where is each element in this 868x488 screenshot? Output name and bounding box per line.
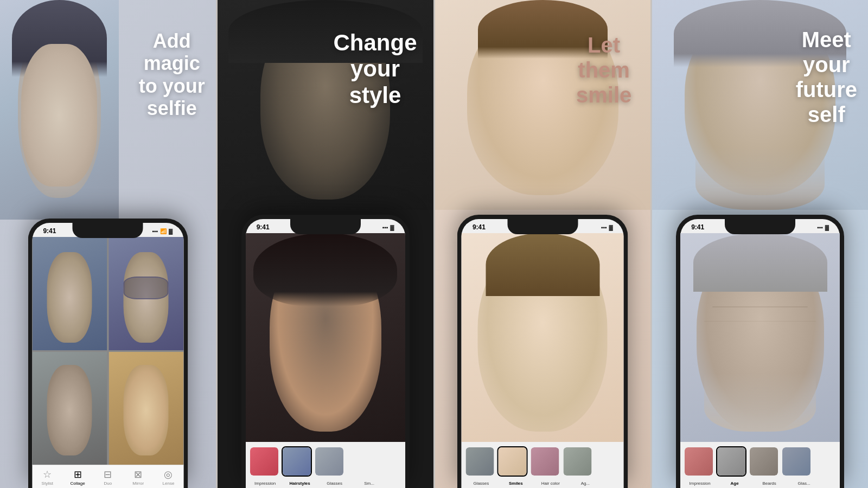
filter-row-4 (680, 442, 840, 481)
collage-grid (32, 237, 183, 465)
phone-mockup-3: 9:41 ▪▪▪ ▓ (457, 215, 628, 488)
phone-notch-4 (725, 219, 795, 234)
panel-4-headline: Meet your future self (796, 27, 857, 127)
signal-icon-2: ▪▪▪ (382, 224, 388, 230)
lense-icon: ◎ (164, 470, 173, 479)
filter-thumb-ag[interactable] (563, 446, 593, 477)
filter-thumb-smiles[interactable] (497, 446, 528, 477)
collage-cell-3 (32, 352, 107, 465)
filter-label-beards: Beards (753, 481, 786, 486)
battery-icon-4: ▓ (825, 224, 829, 230)
duo-icon: ⊟ (104, 470, 112, 479)
phone-notch-2 (290, 219, 361, 234)
panel-4: Meet your future self 9:41 ▪▪▪ ▓ (652, 0, 868, 488)
phone-notch-3 (507, 219, 578, 234)
filter-thumb-glasses[interactable] (314, 446, 344, 477)
status-icons-2: ▪▪▪ ▓ (382, 224, 394, 230)
status-time-2: 9:41 (257, 223, 270, 231)
collage-icon: ⊞ (74, 470, 82, 479)
filter-thumb-hairstyles[interactable] (282, 446, 312, 477)
filter-labels-4: Impression Age Beards Glas... (680, 481, 840, 488)
collage-cell-1 (32, 237, 107, 350)
phone-face-4 (680, 233, 840, 442)
filter-thumb-impression[interactable] (249, 446, 279, 477)
tab-lense[interactable]: ◎ Lense (154, 470, 184, 486)
filter-thumb-beards[interactable] (749, 446, 779, 477)
filter-label-haircolor: Hair color (534, 481, 567, 486)
filter-thumb-sm[interactable] (347, 446, 377, 477)
phone-face-3 (462, 233, 624, 442)
battery-icon-2: ▓ (390, 224, 394, 230)
battery-icon-3: ▓ (609, 224, 613, 230)
wifi-icon-1: 📶 (160, 228, 167, 234)
filter-row-2 (246, 442, 405, 481)
filter-label-smiles: Smiles (500, 481, 532, 486)
filter-label-ag: Ag... (569, 481, 602, 486)
tab-mirror[interactable]: ⊠ Mirror (123, 470, 154, 486)
status-time-1: 9:41 (43, 227, 56, 235)
filter-label-impression-4: Impression (684, 481, 716, 486)
filter-labels-3: Glasses Smiles Hair color Ag... (462, 481, 624, 488)
filter-thumb-glasses-3[interactable] (465, 446, 495, 477)
filter-thumb-glas[interactable] (781, 446, 812, 477)
filter-label-hairstyles: Hairstyles (284, 481, 316, 486)
tab-collage[interactable]: ⊞ Collage (62, 470, 93, 486)
panel-3: Let them smile 9:41 ▪▪▪ ▓ (435, 0, 651, 488)
status-icons-3: ▪▪▪ ▓ (601, 224, 613, 230)
stylist-icon: ☆ (43, 470, 52, 479)
status-time-4: 9:41 (691, 223, 704, 231)
signal-icon-4: ▪▪▪ (817, 224, 823, 230)
filter-labels-2: Impression Hairstyles Glasses Sm... (246, 481, 405, 488)
phone-mockup-1: 9:41 ▪▪▪ 📶 ▓ (28, 219, 188, 488)
collage-cell-4 (108, 352, 183, 465)
filter-label-glasses-3: Glasses (465, 481, 497, 486)
status-icons-4: ▪▪▪ ▓ (817, 224, 829, 230)
filter-row-3 (462, 442, 624, 481)
filter-label-glasses: Glasses (318, 481, 351, 486)
panel-2: Change your style 9:41 ▪▪▪ ▓ (218, 0, 433, 488)
panel-3-headline: Let them smile (576, 33, 631, 107)
panel-2-headline: Change your style (333, 30, 417, 108)
filter-label-age: Age (718, 481, 751, 486)
signal-icon-3: ▪▪▪ (601, 224, 607, 230)
status-time-3: 9:41 (473, 223, 486, 231)
filter-thumb-age[interactable] (716, 446, 746, 477)
bg-face-panel-1 (0, 0, 119, 220)
filter-thumb-impression-4[interactable] (684, 446, 714, 477)
status-icons-1: ▪▪▪ 📶 ▓ (152, 228, 173, 234)
signal-icon-1: ▪▪▪ (152, 228, 158, 234)
filter-label-sm: Sm... (353, 481, 386, 486)
tab-duo[interactable]: ⊟ Duo (93, 470, 123, 486)
tab-bar-1: ☆ Stylist ⊞ Collage ⊟ Duo ⊠ Mirror ◎ Len… (32, 465, 183, 488)
collage-cell-2 (108, 237, 183, 350)
panel-1-headline: Add magic to your selfie (139, 30, 205, 120)
panel-1: Add magic to your selfie 9:41 ▪▪▪ 📶 ▓ (0, 0, 216, 488)
battery-icon-1: ▓ (169, 228, 173, 234)
tab-stylist[interactable]: ☆ Stylist (32, 470, 62, 486)
filter-label-glas: Glas... (788, 481, 820, 486)
phone-mockup-4: 9:41 ▪▪▪ ▓ (676, 215, 844, 488)
filter-thumb-haircolor[interactable] (530, 446, 560, 477)
phone-mockup-2: 9:41 ▪▪▪ ▓ (241, 215, 410, 488)
phone-notch-1 (73, 223, 143, 238)
mirror-icon: ⊠ (134, 470, 142, 479)
filter-label-impression: Impression (249, 481, 282, 486)
phone-face-2 (246, 233, 405, 442)
